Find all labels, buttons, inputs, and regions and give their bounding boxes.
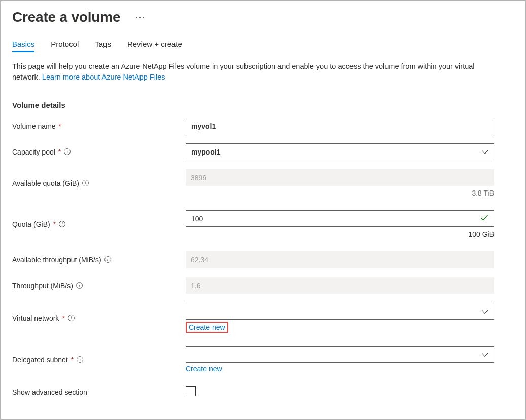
label-quota: Quota (GiB) <box>12 220 50 228</box>
tab-tags[interactable]: Tags <box>95 40 111 52</box>
tab-protocol[interactable]: Protocol <box>51 40 79 52</box>
info-icon[interactable]: i <box>59 221 65 227</box>
chevron-down-icon <box>481 308 488 315</box>
info-icon[interactable]: i <box>82 180 89 186</box>
info-icon[interactable]: i <box>104 256 111 263</box>
capacity-pool-value: mypool1 <box>191 148 481 156</box>
available-quota-sub: 3.8 TiB <box>186 189 494 197</box>
quota-sub: 100 GiB <box>186 230 494 238</box>
delegated-subnet-select[interactable] <box>186 346 494 363</box>
info-icon[interactable]: i <box>76 282 83 289</box>
virtual-network-select[interactable] <box>186 303 494 320</box>
learn-more-link[interactable]: Learn more about Azure NetApp Files <box>42 73 165 81</box>
label-available-throughput: Available throughput (MiB/s) <box>12 256 101 264</box>
label-capacity-pool: Capacity pool <box>12 148 55 156</box>
label-show-advanced: Show advanced section <box>12 388 87 396</box>
info-icon[interactable]: i <box>68 315 75 321</box>
chevron-down-icon <box>481 148 488 156</box>
volume-name-input[interactable] <box>186 118 494 134</box>
info-icon[interactable]: i <box>64 148 71 155</box>
available-throughput-readonly: 62.34 <box>186 251 494 268</box>
page-title: Create a volume <box>12 9 120 25</box>
required-star: * <box>58 148 61 156</box>
label-throughput: Throughput (MiB/s) <box>12 282 73 290</box>
show-advanced-checkbox[interactable] <box>186 386 196 396</box>
create-new-vnet-link[interactable]: Create new <box>186 322 228 333</box>
intro-paragraph: This page will help you create an Azure … <box>12 61 504 83</box>
label-volume-name: Volume name <box>12 122 56 130</box>
chevron-down-icon <box>481 351 488 358</box>
tab-strip: Basics Protocol Tags Review + create <box>12 40 514 52</box>
throughput-readonly: 1.6 <box>186 277 494 294</box>
section-title-volume-details: Volume details <box>12 101 514 109</box>
create-new-subnet-link[interactable]: Create new <box>186 365 222 373</box>
required-star: * <box>59 122 61 130</box>
info-icon[interactable]: i <box>77 356 83 363</box>
quota-input[interactable] <box>186 210 494 227</box>
check-icon <box>480 213 489 224</box>
required-star: * <box>53 220 56 228</box>
label-available-quota: Available quota (GiB) <box>12 179 79 187</box>
more-menu-icon[interactable]: ⋯ <box>135 12 146 23</box>
required-star: * <box>71 356 74 364</box>
capacity-pool-select[interactable]: mypool1 <box>186 143 494 160</box>
available-quota-readonly: 3896 <box>186 169 494 186</box>
tab-review[interactable]: Review + create <box>127 40 182 52</box>
label-virtual-network: Virtual network <box>12 314 59 322</box>
label-delegated-subnet: Delegated subnet <box>12 356 68 364</box>
tab-basics[interactable]: Basics <box>12 40 34 52</box>
required-star: * <box>62 314 64 322</box>
